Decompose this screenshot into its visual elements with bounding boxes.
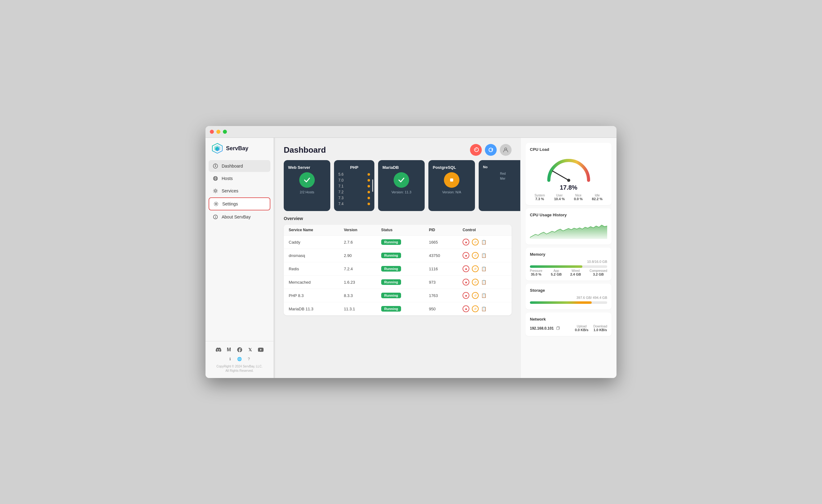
service-status: Running (376, 302, 424, 316)
service-control: ■ ↺ 📋 (458, 302, 511, 316)
sidebar-navigation: Dashboard Hosts (206, 160, 274, 341)
col-version: Version (339, 225, 376, 235)
log-button[interactable]: 📋 (481, 266, 486, 271)
card-mariadb[interactable]: MariaDB Version: 11.3 (378, 160, 425, 211)
network-ip: 192.168.0.101 (530, 326, 560, 331)
col-pid: PID (424, 225, 458, 235)
card-php[interactable]: PHP 5.6 7.0 7.1 7.2 (334, 160, 374, 211)
close-button[interactable] (210, 130, 214, 134)
sidebar-item-services[interactable]: Services (209, 185, 270, 197)
storage-bar (530, 301, 607, 304)
sidebar-item-settings[interactable]: Settings (209, 197, 270, 210)
sidebar-item-label-settings: Settings (222, 201, 238, 206)
service-cards-row: Web Server 2/2 Hosts PHP 5.6 (275, 160, 520, 211)
network-row: 192.168.0.101 Upload 0.0 KB/s Download (530, 325, 607, 332)
stop-button[interactable]: ■ (462, 292, 469, 299)
card-mariadb-title: MariaDB (382, 165, 399, 170)
sidebar-item-label-hosts: Hosts (222, 176, 233, 181)
log-button[interactable]: 📋 (481, 280, 486, 285)
info-link-icon[interactable]: ℹ (228, 356, 233, 362)
service-status: Running (376, 289, 424, 302)
restart-button[interactable]: ↺ (472, 279, 479, 286)
hosts-icon (212, 175, 219, 181)
sidebar-item-about[interactable]: i About ServBay (209, 211, 270, 223)
service-pid: 950 (424, 302, 458, 316)
col-service-name: Service Name (284, 225, 339, 235)
stop-button[interactable]: ■ (462, 238, 469, 245)
table-row: dnsmasq 2.90 Running 43750 ■ ↺ 📋 (284, 249, 511, 262)
php-version-74: 7.4 (338, 202, 370, 206)
svg-line-17 (552, 171, 569, 180)
memory-title: Memory (530, 252, 607, 257)
service-version: 2.7.6 (339, 235, 376, 249)
php-versions-list: 5.6 7.0 7.1 7.2 7.3 (338, 172, 370, 206)
stop-button[interactable]: ■ (462, 252, 469, 259)
svg-point-12 (216, 203, 217, 205)
user-button[interactable] (500, 144, 511, 156)
maximize-button[interactable] (223, 130, 227, 134)
refresh-button[interactable] (485, 144, 497, 156)
sidebar-item-hosts[interactable]: Hosts (209, 172, 270, 184)
titlebar (206, 126, 616, 138)
cpu-stats: System 7.3 % User 10.4 % Nice 0.0 % Id (530, 194, 607, 201)
service-pid: 1665 (424, 235, 458, 249)
footer-links: ℹ 🌐 ? (212, 356, 267, 362)
log-button[interactable]: 📋 (481, 293, 486, 298)
copyright-text: CopyRight © 2024 ServBay, LLC. All Right… (212, 364, 267, 373)
php-version-71: 7.1 (338, 184, 370, 188)
about-icon: i (212, 214, 219, 220)
log-button[interactable]: 📋 (481, 239, 486, 244)
restart-button[interactable]: ↺ (472, 252, 479, 259)
storage-title: Storage (530, 288, 607, 293)
table-header: Service Name Version Status PID Control (284, 225, 511, 235)
svg-point-18 (567, 179, 570, 182)
php-dot-73 (368, 197, 370, 199)
power-button[interactable] (470, 144, 482, 156)
restart-button[interactable]: ↺ (472, 238, 479, 245)
youtube-icon[interactable] (257, 346, 264, 353)
log-button[interactable]: 📋 (481, 253, 486, 258)
medium-icon[interactable]: M (226, 346, 233, 353)
copy-icon[interactable] (556, 326, 560, 331)
overview-section: Overview Service Name Version Status PID… (275, 211, 520, 378)
restart-button[interactable]: ↺ (472, 306, 479, 312)
discord-icon[interactable] (215, 346, 222, 353)
cpu-load-title: CPU Load (530, 147, 607, 152)
table-body: Caddy 2.7.6 Running 1665 ■ ↺ 📋 (284, 235, 511, 316)
cpu-stat-idle: Idle 82.2 % (592, 194, 602, 201)
stop-button[interactable]: ■ (462, 306, 469, 312)
service-pid: 43750 (424, 249, 458, 262)
card-postgresql[interactable]: PostgreSQL Version: N/A (428, 160, 475, 211)
service-status: Running (376, 249, 424, 262)
globe-link-icon[interactable]: 🌐 (237, 356, 243, 362)
help-link-icon[interactable]: ? (246, 356, 252, 362)
service-version: 7.2.4 (339, 262, 376, 276)
stop-button[interactable]: ■ (462, 266, 469, 272)
card-mariadb-subtitle: Version: 11.3 (391, 190, 411, 194)
facebook-icon[interactable] (236, 346, 243, 353)
cpu-stat-user: User 10.4 % (554, 194, 565, 201)
stop-button[interactable]: ■ (462, 279, 469, 286)
cpu-gauge-svg (544, 155, 593, 183)
net-upload: Upload 0.0 KB/s (575, 325, 588, 332)
card-webserver-status (299, 172, 315, 188)
card-nol[interactable]: No RedMer (479, 160, 520, 211)
memory-stats: Pressure 35.0 % App 5.2 GB Wired 2.4 GB … (530, 269, 607, 276)
php-dot-71 (368, 185, 370, 187)
card-webserver[interactable]: Web Server 2/2 Hosts (284, 160, 330, 211)
table-row: Memcached 1.6.23 Running 973 ■ ↺ 📋 (284, 276, 511, 289)
card-nol-title: No (483, 165, 488, 169)
restart-button[interactable]: ↺ (472, 292, 479, 299)
service-pid: 973 (424, 276, 458, 289)
service-version: 2.90 (339, 249, 376, 262)
log-button[interactable]: 📋 (481, 306, 486, 311)
cpu-history-chart (530, 220, 607, 239)
twitter-x-icon[interactable]: 𝕏 (247, 346, 254, 353)
mem-wired: Wired 2.4 GB (570, 269, 581, 276)
restart-button[interactable]: ↺ (472, 266, 479, 272)
cpu-history-title: CPU Usage History (530, 212, 607, 217)
sidebar-item-dashboard[interactable]: Dashboard (209, 160, 270, 172)
sidebar: ServBay Dashboard (206, 138, 274, 378)
minimize-button[interactable] (217, 130, 221, 134)
php-dot-70 (368, 179, 370, 181)
